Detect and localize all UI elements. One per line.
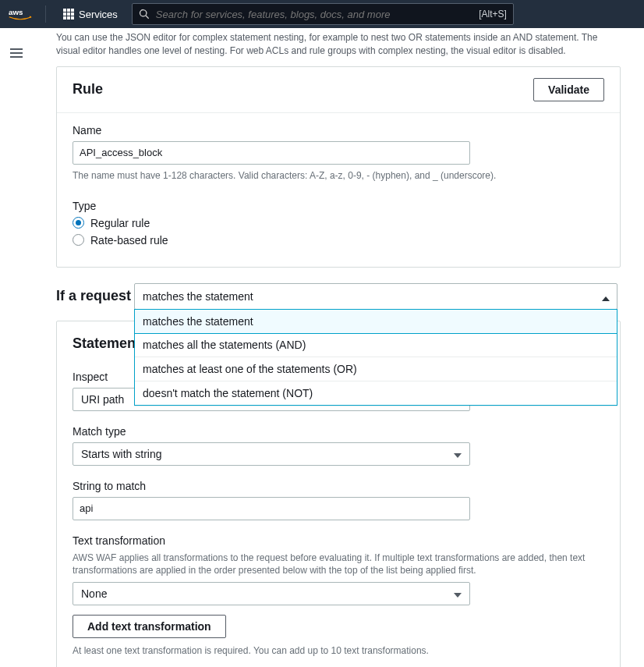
if-request-label: If a request — [56, 283, 131, 304]
match-type-value: Starts with string — [81, 448, 161, 460]
statement-panel-title: Statement — [73, 335, 140, 352]
name-help-text: The name must have 1-128 characters. Val… — [73, 169, 604, 183]
caret-down-icon — [454, 587, 462, 600]
regular-rule-label: Regular rule — [90, 217, 150, 229]
type-label: Type — [73, 200, 604, 212]
text-transformation-footer: At least one text transformation is requ… — [73, 644, 604, 658]
match-type-label: Match type — [73, 425, 604, 438]
validate-button[interactable]: Validate — [533, 78, 604, 101]
divider — [45, 5, 46, 23]
grid-icon — [63, 9, 74, 20]
rate-based-rule-radio[interactable] — [73, 234, 84, 246]
if-request-option-matches[interactable]: matches the statement — [134, 309, 617, 334]
type-radio-regular[interactable]: Regular rule — [73, 217, 604, 229]
text-transformation-help: AWS WAF applies all transformations to t… — [73, 552, 604, 578]
caret-down-icon — [454, 448, 462, 460]
rule-panel: Rule Validate Name The name must have 1-… — [56, 66, 621, 268]
search-input[interactable] — [156, 9, 479, 20]
rate-based-rule-label: Rate-based rule — [90, 234, 168, 247]
match-type-select[interactable]: Starts with string — [73, 442, 470, 466]
services-menu-button[interactable]: Services — [58, 5, 122, 23]
inspect-value: URI path — [81, 393, 124, 406]
svg-text:aws: aws — [9, 8, 23, 16]
global-nav: aws Services [Alt+S] — [0, 0, 644, 28]
search-icon — [139, 9, 150, 20]
if-request-option-not[interactable]: doesn't match the statement (NOT) — [135, 381, 617, 405]
aws-logo[interactable]: aws — [8, 7, 33, 21]
side-gutter — [0, 28, 33, 58]
text-transformation-select[interactable]: None — [73, 582, 470, 605]
if-request-option-or[interactable]: matches at least one of the statements (… — [135, 357, 617, 381]
text-transformation-value: None — [81, 587, 107, 600]
name-label: Name — [73, 124, 604, 137]
rule-panel-title: Rule — [73, 81, 103, 98]
text-transformation-label: Text transformation — [73, 534, 604, 547]
rule-name-input[interactable] — [73, 141, 470, 165]
global-search[interactable]: [Alt+S] — [132, 3, 514, 25]
add-text-transformation-button[interactable]: Add text transformation — [73, 615, 226, 638]
string-to-match-label: String to match — [73, 480, 604, 492]
if-request-select[interactable]: matches the statement — [134, 283, 617, 310]
services-label: Services — [79, 9, 118, 20]
intro-help-text: You can use the JSON editor for complex … — [56, 31, 621, 59]
regular-rule-radio[interactable] — [73, 217, 84, 229]
if-request-dropdown: matches the statement matches all the st… — [134, 310, 617, 406]
type-radio-rate[interactable]: Rate-based rule — [73, 234, 604, 247]
search-shortcut-hint: [Alt+S] — [479, 9, 507, 20]
if-request-selected: matches the statement — [143, 290, 253, 303]
if-request-row: If a request matches the statement match… — [56, 283, 621, 310]
string-to-match-input[interactable] — [73, 497, 470, 520]
if-request-option-and[interactable]: matches all the statements (AND) — [135, 333, 617, 357]
hamburger-icon[interactable] — [10, 48, 23, 58]
caret-up-icon — [602, 291, 610, 303]
